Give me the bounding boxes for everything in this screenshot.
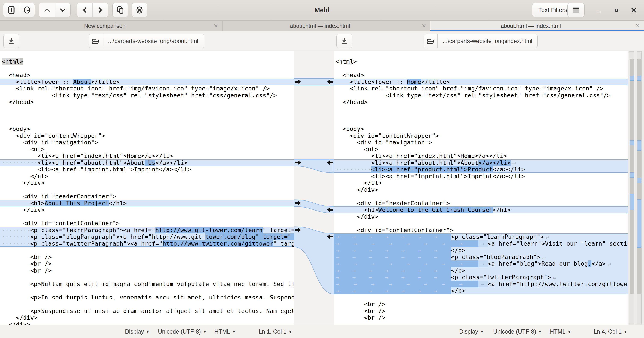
dropdown-icon: ▼ — [146, 330, 150, 334]
syntax-menu-right[interactable]: HTML▼ — [550, 325, 571, 338]
diff-map-mark[interactable] — [637, 178, 641, 183]
code-line: <li><a href="index.html">Home</a></li> — [0, 152, 294, 159]
code-line: <br /> — [0, 267, 294, 274]
dropdown-icon: ▼ — [289, 330, 292, 334]
code-line: <link type="text/css" rel="stylesheet" h… — [334, 92, 628, 99]
dropdown-icon: ▼ — [538, 330, 542, 334]
code-line: ··········<li><a href="about.html">About… — [0, 159, 294, 166]
new-comparison-button[interactable] — [4, 3, 19, 17]
code-line: <br /> — [334, 301, 628, 308]
diff-map-mark[interactable] — [630, 140, 634, 146]
recent-comparisons-button[interactable] — [19, 3, 35, 17]
dropdown-icon: ▼ — [480, 330, 484, 334]
code-line: <p>Suspendisse ut nisi ac diam auctor al… — [0, 308, 294, 314]
newline-marker: ↵ — [546, 234, 549, 240]
diff-map-mark[interactable] — [630, 194, 634, 210]
file-chooser-left[interactable]: ...\carparts-website_orig\about.html — [88, 34, 204, 48]
window-close-button[interactable] — [627, 3, 640, 17]
cursor-label: Ln 1, Col 1 — [259, 328, 287, 335]
diff-map-mark[interactable] — [630, 172, 634, 178]
dropdown-icon: ▼ — [232, 330, 236, 334]
tab-close-icon[interactable]: ✕ — [631, 23, 644, 29]
tab-new-comparison[interactable]: New comparison ✕ — [0, 20, 222, 31]
close-comparison-button[interactable] — [132, 3, 147, 17]
cursor-position-right[interactable]: Ln 4, Col 1▼ — [594, 325, 627, 338]
encoding-menu-right[interactable]: Unicode (UTF-8)▼ — [493, 325, 542, 338]
syntax-menu-left[interactable]: HTML▼ — [214, 325, 236, 338]
left-diff-map[interactable] — [629, 51, 634, 325]
tab-whitespace-marker: →→→→→→→ — [334, 287, 451, 294]
code-line: <br /> — [0, 260, 294, 267]
display-menu-left[interactable]: Display▼ — [125, 325, 149, 338]
left-editor-pane[interactable]: <html> <head> <title>Tower :: About</tit… — [0, 51, 294, 325]
code-line: ········<p class="twitterParagraph"><a h… — [0, 240, 294, 247]
newline-marker: ↵ — [512, 159, 516, 166]
chevron-down-icon — [58, 6, 67, 14]
folder-open-icon — [424, 34, 438, 48]
syntax-label: HTML — [214, 328, 230, 335]
folder-open-icon — [89, 34, 103, 48]
maximize-button[interactable] — [610, 3, 623, 17]
code-line — [0, 274, 294, 281]
code-line — [0, 65, 294, 72]
code-line: ········<p class="blogParagraph"><a href… — [0, 234, 294, 240]
code-line — [0, 186, 294, 193]
push-left-button[interactable] — [77, 3, 92, 17]
diff-link-heading — [294, 200, 334, 213]
diff-map-mark[interactable] — [637, 140, 641, 151]
save-left-button[interactable] — [4, 34, 19, 48]
diff-map-mark[interactable] — [637, 76, 641, 81]
code-line: →→→→→→→<p class="blogParagraph">↵ — [334, 254, 628, 260]
code-line: →→→→→→→</p> — [334, 267, 628, 274]
menu-button[interactable] — [568, 3, 584, 17]
tab-whitespace-marker: →→→→→→→ — [334, 267, 451, 274]
next-change-button[interactable] — [55, 3, 70, 17]
minimize-button[interactable] — [592, 3, 604, 17]
code-line: <ul> — [334, 146, 628, 153]
tab-comparison-1[interactable]: about.html — index.html ✕ — [222, 20, 430, 31]
diff-map-mark[interactable] — [637, 200, 641, 248]
save-icon — [7, 36, 16, 46]
save-icon — [340, 36, 349, 46]
tab-whitespace-marker: → — [478, 260, 488, 267]
file-chooser-right[interactable]: ...\carparts-website_orig\index.html — [424, 34, 538, 48]
diff-map-mark[interactable] — [630, 76, 634, 81]
window-close-icon — [630, 6, 637, 14]
dropdown-icon: ▼ — [203, 330, 206, 334]
code-line: </head> — [0, 98, 294, 106]
right-editor-pane[interactable]: <html> <head> <title>Tower :: Home</titl… — [334, 51, 628, 325]
code-line: <li><a href="imprint.html">Imprint</a></… — [0, 166, 294, 173]
push-right-button[interactable] — [92, 3, 108, 17]
display-menu-right[interactable]: Display▼ — [459, 325, 484, 338]
diff-gutter — [294, 51, 334, 325]
tab-whitespace-marker: →→→→→→→→ — [334, 281, 478, 288]
newline-marker: ↵ — [608, 260, 611, 267]
save-right-button[interactable] — [336, 34, 352, 48]
code-line: <li><a href="imprint.html">Imprint</a></… — [334, 173, 628, 180]
code-line: ··········<li><a href="product.html">Pro… — [334, 166, 628, 173]
tab-close-icon[interactable]: ✕ — [210, 23, 222, 29]
tab-whitespace-marker: →→→→→→→→ — [334, 260, 478, 267]
titlebar: Meld — [0, 0, 644, 20]
tab-close-icon[interactable]: ✕ — [418, 23, 430, 29]
code-line — [0, 119, 294, 126]
encoding-label: Unicode (UTF-8) — [493, 328, 536, 335]
code-line: <html> — [0, 58, 294, 65]
code-line: <div id="headerContainer"> — [334, 200, 628, 207]
cursor-position-left[interactable]: Ln 1, Col 1▼ — [259, 325, 292, 338]
code-line: <p>Nullam quis elit id magna condimentum… — [0, 281, 294, 288]
tab-comparison-2-active[interactable]: about.html — index.html ✕ — [430, 20, 644, 31]
copy-button[interactable] — [112, 3, 128, 17]
right-diff-map[interactable] — [636, 51, 642, 325]
code-line — [0, 213, 294, 220]
dropdown-icon: ▼ — [568, 330, 571, 334]
tab-whitespace-marker: →→→→→→→ — [334, 247, 451, 254]
scrollbar-thumb[interactable] — [637, 59, 641, 294]
code-line: <head> — [0, 72, 294, 78]
encoding-menu-left[interactable]: Unicode (UTF-8)▼ — [158, 325, 206, 338]
tab-whitespace-marker: →→→→→→→→ — [334, 240, 478, 247]
code-line — [334, 294, 628, 301]
left-file-path: ...\carparts-website_orig\about.html — [103, 38, 204, 44]
previous-change-button[interactable] — [39, 3, 55, 17]
code-line: <title>Tower :: About</title> — [0, 78, 294, 85]
